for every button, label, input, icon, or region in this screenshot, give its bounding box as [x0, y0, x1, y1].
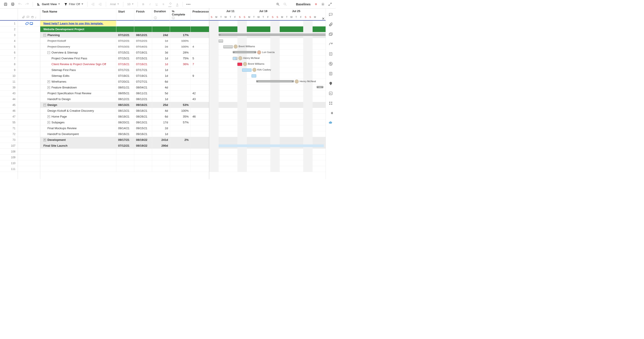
cell-pct[interactable]: [170, 67, 191, 73]
cell-pct[interactable]: [170, 85, 191, 90]
cell-start[interactable]: 07/12/21: [116, 32, 134, 38]
gantt-bar[interactable]: [242, 69, 252, 72]
cell-start[interactable]: 07/20/21: [116, 79, 134, 84]
cell-start[interactable]: 07/12/21: [116, 143, 134, 148]
cell-duration[interactable]: 1d: [152, 56, 170, 61]
cell-finish[interactable]: [134, 160, 152, 166]
cell-pred[interactable]: [191, 85, 209, 90]
cell-duration[interactable]: [152, 166, 170, 172]
cell-start[interactable]: 07/19/21: [116, 73, 134, 79]
cell-pct[interactable]: 35%: [170, 114, 191, 119]
gantt-bar[interactable]: [218, 40, 223, 43]
task-cell[interactable]: Project Overview First Pass: [40, 56, 116, 61]
salesforce-button[interactable]: [328, 120, 334, 126]
cell-finish[interactable]: 07/27/21: [134, 79, 152, 84]
cell-pct[interactable]: 100%: [170, 38, 191, 44]
comment-icon[interactable]: [30, 22, 33, 25]
table-row[interactable]: Project Discovery07/13/2107/14/212d100%4: [40, 44, 209, 50]
summary-button[interactable]: [328, 91, 334, 96]
row-number[interactable]: 72: [0, 131, 18, 137]
cell-start[interactable]: [116, 149, 134, 154]
font-family-select[interactable]: Arial: [108, 1, 121, 8]
task-cell[interactable]: Project Kickoff: [40, 38, 116, 44]
table-row[interactable]: Sitemap Edits07/19/2107/19/211d9: [40, 73, 209, 79]
brandfolder-button[interactable]: [328, 81, 334, 86]
briefcase-button[interactable]: [328, 71, 334, 77]
cell-finish[interactable]: 07/19/21: [134, 50, 152, 55]
cell-pred[interactable]: [191, 143, 209, 148]
expander[interactable]: −: [44, 34, 46, 37]
cell-finish[interactable]: 07/15/21: [134, 56, 152, 61]
cell-start[interactable]: [116, 21, 134, 26]
cell-start[interactable]: 08/05/21: [116, 91, 134, 96]
cell-pct[interactable]: [170, 155, 191, 160]
task-cell[interactable]: Design Kickoff & Creative Discovery: [40, 108, 116, 114]
cell-pct[interactable]: [170, 79, 191, 84]
row-number[interactable]: 73: [0, 137, 18, 143]
cell-pred[interactable]: [191, 38, 209, 44]
view-switcher[interactable]: Gantt View: [35, 1, 62, 8]
table-row[interactable]: Handoff to Design08/12/2108/12/211d43: [40, 96, 209, 102]
help-link[interactable]: Need help? Learn how to use this templat…: [44, 22, 104, 25]
cell-start[interactable]: 08/01/21: [116, 85, 134, 90]
row-number[interactable]: 10: [0, 73, 18, 79]
cell-pct[interactable]: 36%: [170, 61, 191, 67]
task-cell[interactable]: Final Mockups Review: [40, 125, 116, 131]
row-number[interactable]: 1: [0, 21, 18, 27]
cell-pct[interactable]: [170, 125, 191, 131]
outdent-button[interactable]: [90, 1, 96, 8]
col-task[interactable]: Task Name: [40, 9, 116, 21]
jira-button[interactable]: [328, 110, 334, 116]
font-size-select[interactable]: 10: [126, 1, 136, 8]
cell-pct[interactable]: [170, 73, 191, 79]
cell-finish[interactable]: 07/12/21: [134, 38, 152, 44]
table-row[interactable]: Website Development Project: [40, 27, 209, 32]
task-cell[interactable]: Sitemap Edits: [40, 73, 116, 79]
filter-button[interactable]: Filter Off: [62, 1, 85, 8]
row-number[interactable]: 45: [0, 102, 18, 108]
cell-pred[interactable]: [191, 79, 209, 84]
row-number[interactable]: 109: [0, 155, 18, 160]
cell-duration[interactable]: 6d: [152, 114, 170, 119]
table-row[interactable]: [40, 160, 209, 166]
cell-start[interactable]: [116, 27, 134, 32]
cell-duration[interactable]: [152, 27, 170, 32]
task-cell[interactable]: Final Site Launch: [40, 143, 116, 148]
row-number[interactable]: 110: [0, 160, 18, 166]
cell-pct[interactable]: [170, 96, 191, 102]
cell-duration[interactable]: 25d: [152, 102, 170, 108]
table-row[interactable]: Final Mockups Review09/14/2109/15/212d: [40, 125, 209, 131]
close-icon[interactable]: ✕: [322, 17, 325, 21]
cell-finish[interactable]: 07/14/21: [134, 44, 152, 50]
cell-pred[interactable]: [191, 137, 209, 143]
table-row[interactable]: Need help? Learn how to use this templat…: [40, 21, 209, 27]
task-cell[interactable]: [40, 149, 116, 154]
col-pct[interactable]: % Completeⓘ: [170, 9, 191, 21]
row-number[interactable]: 46: [0, 108, 18, 114]
expander[interactable]: +: [44, 139, 46, 141]
row-number[interactable]: 44: [0, 96, 18, 102]
activity-button[interactable]: [328, 61, 334, 67]
settings-button[interactable]: [320, 1, 326, 8]
table-row[interactable]: +Subpages08/20/2109/13/2117d57%: [40, 120, 209, 125]
cell-finish[interactable]: 09/13/21: [134, 120, 152, 125]
cell-pred[interactable]: [191, 50, 209, 55]
cell-finish[interactable]: 07/19/21: [134, 73, 152, 79]
col-start[interactable]: Start: [116, 9, 134, 21]
strike-button[interactable]: S: [160, 1, 166, 8]
row-number[interactable]: 108: [0, 149, 18, 155]
cell-pred[interactable]: [191, 32, 209, 38]
cell-pct[interactable]: 57%: [170, 120, 191, 125]
cell-pct[interactable]: 100%: [170, 44, 191, 50]
table-row[interactable]: +Development09/17/2108/19/22241d2%: [40, 137, 209, 143]
indent-button[interactable]: [97, 1, 104, 8]
print-button[interactable]: [10, 1, 16, 8]
task-cell[interactable]: [40, 160, 116, 166]
cell-start[interactable]: 09/14/21: [116, 125, 134, 131]
cell-pct[interactable]: [170, 91, 191, 96]
table-row[interactable]: Handoff to Develompent09/16/2109/16/211d: [40, 131, 209, 137]
save-button[interactable]: [2, 1, 9, 8]
redo-button[interactable]: [24, 1, 30, 8]
row-number[interactable]: 43: [0, 91, 18, 96]
cell-duration[interactable]: [152, 21, 170, 26]
